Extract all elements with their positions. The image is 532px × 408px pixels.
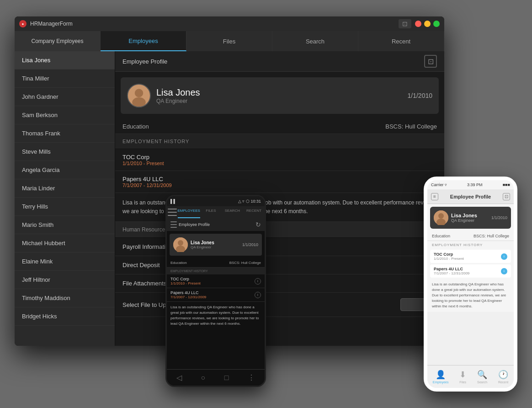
android-tab-search[interactable]: SEARCH (222, 206, 243, 218)
iphone-header-title: Employee Profile (450, 194, 491, 199)
sidebar-item-terry-hills[interactable]: Terry Hills (15, 198, 115, 216)
iphone-tab-files[interactable]: ⬇ Files (459, 370, 466, 384)
iphone-search-label: Search (477, 381, 487, 384)
iphone-search-icon: 🔍 (477, 370, 487, 380)
sidebar-item-mario-smith[interactable]: Mario Smith (15, 216, 115, 234)
tab-search[interactable]: Search (272, 31, 358, 51)
iphone-dates-toc: 1/1/2010 - Present (434, 257, 464, 261)
hr-payroll[interactable]: Payroll Information (115, 238, 444, 256)
company-name-toc: TOC Corp (122, 154, 437, 161)
profile-header-bar: Employee Profile ⊡ (115, 51, 444, 72)
android-company-toc: TOC Corp (170, 277, 201, 281)
education-value: BSCS: Hull College (385, 123, 437, 130)
svg-point-4 (178, 240, 183, 246)
sidebar-item-tina-miller[interactable]: Tina Miller (15, 70, 115, 88)
employee-date: 1/1/2010 (408, 92, 433, 99)
employment-history-header: Employment History (115, 134, 444, 149)
iphone-recent-icon: 🕐 (498, 370, 508, 380)
scene: ● HRManagerForm ⊡ Company Employees Empl… (15, 16, 517, 392)
minimize-button[interactable] (424, 21, 431, 27)
sidebar-item-elaine-mink[interactable]: Elaine Mink (15, 252, 115, 271)
job-toc-corp: TOC Corp 1/1/2010 - Present (115, 149, 444, 171)
sidebar-item-thomas-frank[interactable]: Thomas Frank (15, 124, 115, 143)
sidebar-item-john-gardner[interactable]: John Gardner (15, 88, 115, 106)
iphone-education-label: Education (432, 234, 450, 238)
android-company-papers: Papers 4U LLC (170, 290, 206, 295)
android-emp-role: QA Engineer (191, 245, 214, 249)
tab-company-employees[interactable]: Company Employees (15, 31, 101, 51)
android-tab-employees[interactable]: EMPLOYEES (178, 206, 200, 218)
sidebar-item-jeff-hiltnor[interactable]: Jeff Hiltnor (15, 271, 115, 289)
iphone-tab-search[interactable]: 🔍 Search (477, 370, 487, 384)
iphone-history-header: EMPLOYMENT HISTORY (427, 241, 514, 249)
sidebar-item-angela-garcia[interactable]: Angela Garcia (15, 161, 115, 179)
sidebar-item-maria-linder[interactable]: Maria Linder (15, 179, 115, 198)
iphone-info-icon-papers[interactable]: i (501, 268, 507, 274)
android-refresh-icon[interactable]: ↻ (255, 221, 261, 228)
iphone-files-label: Files (459, 381, 466, 384)
iphone-bio: Lisa is an outstanding QA Engineer who h… (427, 279, 514, 312)
android-menu-icon (167, 206, 178, 218)
iphone-recent-label: Recent (498, 381, 508, 384)
android-education-row: Education BSCS: Hull College (167, 258, 265, 268)
maximize-button[interactable] (433, 21, 440, 27)
iphone-emp-name: Lisa Jones (451, 213, 477, 218)
iphone-company-papers: Papers 4U LLC (434, 267, 469, 271)
android-menu-button[interactable]: ⋮ (248, 373, 255, 382)
android-info-icon-toc[interactable]: i (255, 278, 261, 285)
android-recents-button[interactable]: □ (224, 374, 229, 382)
android-status-bar: ▌▌ △ ▿ ⬡ 10:31 (167, 196, 265, 206)
android-tab-recent[interactable]: RECENT (243, 206, 265, 218)
job-papers-4u: Papers 4U LLC 7/1/2007 - 12/31/2009 (115, 171, 444, 193)
android-home-button[interactable]: ○ (201, 374, 205, 382)
sidebar-item-sam-berkson[interactable]: Sam Berkson (15, 106, 115, 124)
sidebar-item-michael-hubbert[interactable]: Michael Hubbert (15, 234, 115, 252)
expand-button[interactable]: ⊡ (399, 19, 411, 28)
tab-recent[interactable]: Recent (358, 31, 444, 51)
iphone-content: Lisa Jones QA Engineer 1/1/2010 Educatio… (427, 204, 514, 312)
android-info-icon-papers[interactable]: i (255, 292, 261, 298)
iphone-menu-icon[interactable]: ≡ (431, 193, 438, 200)
android-education-value: BSCS: Hull College (229, 261, 261, 265)
iphone-info-icon-toc[interactable]: i (501, 253, 507, 260)
hr-direct-deposit[interactable]: Direct Deposit (115, 256, 444, 274)
title-bar-left: ● HRManagerForm (19, 20, 73, 27)
company-dates-papers: 7/1/2007 - 12/31/2009 (122, 183, 437, 188)
education-row: Education BSCS: Hull College (115, 119, 444, 134)
iphone-status-bar: Carrier ▿ 3:39 PM ■■■ (427, 180, 514, 189)
hr-file-attachments[interactable]: File Attachments (115, 274, 444, 293)
tab-files[interactable]: Files (186, 31, 272, 51)
iphone-tab-employees[interactable]: 👤 Employees (433, 370, 449, 384)
close-button[interactable] (415, 21, 421, 27)
android-phone: ▌▌ △ ▿ ⬡ 10:31 EMPLOYEES FILES SEARCH RE… (165, 195, 266, 387)
tabs-bar: Company Employees Employees Files Search… (15, 31, 444, 51)
svg-point-1 (135, 89, 143, 97)
app-title: HRManagerForm (30, 21, 73, 27)
profile-header-label: Employee Profile (122, 58, 167, 65)
android-tab-files[interactable]: FILES (200, 206, 222, 218)
iphone-header: ≡ Employee Profile ⊡ (427, 189, 514, 204)
android-back-button[interactable]: ◁ (176, 373, 182, 382)
android-status-right: △ ▿ ⬡ 10:31 (238, 199, 261, 204)
android-history-header: EMPLOYMENT HISTORY (167, 268, 265, 274)
android-job-toc: TOC Corp 1/1/2010 - Present i (167, 274, 265, 288)
android-education-label: Education (170, 261, 187, 265)
employee-card: Lisa Jones QA Engineer 1/1/2010 (121, 77, 439, 114)
iphone-job-toc: TOC Corp 1/1/2010 - Present i (430, 250, 511, 263)
sidebar-item-bridget-hicks[interactable]: Bridget Hicks (15, 307, 115, 326)
profile-expand-icon[interactable]: ⊡ (424, 55, 437, 68)
sidebar-item-steve-mills[interactable]: Steve Mills (15, 143, 115, 161)
iphone-employees-icon: 👤 (436, 370, 446, 380)
iphone-tab-recent[interactable]: 🕐 Recent (498, 370, 508, 384)
android-profile-bar: Employee Profile ↻ (167, 218, 265, 231)
iphone-expand-icon[interactable]: ⊡ (503, 193, 510, 200)
iphone-carrier: Carrier ▿ (431, 183, 447, 187)
tab-employees[interactable]: Employees (101, 31, 186, 51)
profile-panel: Employee Profile ⊡ (115, 51, 444, 346)
employee-info: Lisa Jones QA Engineer (156, 87, 200, 104)
iphone-dates-papers: 7/1/2007 - 12/31/2009 (434, 271, 469, 275)
sidebar-item-lisa-jones[interactable]: Lisa Jones (15, 51, 115, 70)
sidebar-item-timothy-maddison[interactable]: Timothy Maddison (15, 289, 115, 307)
company-name-papers: Papers 4U LLC (122, 176, 437, 183)
company-dates-toc: 1/1/2010 - Present (122, 161, 437, 166)
